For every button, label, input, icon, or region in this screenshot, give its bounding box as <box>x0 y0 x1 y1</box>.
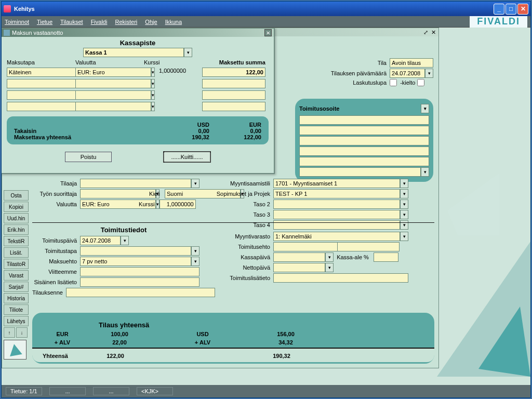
sisainen-field[interactable] <box>80 277 200 287</box>
dlg-valuutta-4[interactable] <box>75 102 151 111</box>
kassapiste-field[interactable] <box>83 48 184 57</box>
tilaaja-dd[interactable]: ▾ <box>191 179 200 188</box>
minimize-button[interactable]: _ <box>494 4 504 15</box>
kassaale-field[interactable] <box>374 252 398 262</box>
poistu-button[interactable]: Poistu <box>65 152 112 162</box>
toimlisa-field[interactable] <box>273 273 408 283</box>
app-logo-icon <box>4 340 26 360</box>
maksettu-1[interactable] <box>202 68 265 77</box>
taso4-dd[interactable]: ▾ <box>400 220 408 230</box>
viite-field[interactable] <box>80 267 200 276</box>
sidebar-historia[interactable]: Historia <box>4 293 29 303</box>
close-button[interactable]: ✕ <box>517 4 528 15</box>
taso3-field[interactable] <box>273 210 400 219</box>
myyntitili-label: Myyntisaamistili <box>216 180 273 187</box>
delivery-line3[interactable] <box>299 136 429 145</box>
lupa-checkbox[interactable] <box>390 79 397 86</box>
delivery-line2[interactable] <box>299 126 429 135</box>
status-seg3: ... <box>93 387 129 395</box>
kielto-label: -kielto <box>400 79 415 86</box>
kurssi-label: Kurssi <box>139 201 158 207</box>
sidebar-sarja[interactable]: Sarja# <box>4 282 29 292</box>
sopimus-dd[interactable]: ▾ <box>400 189 408 198</box>
kassapv-field[interactable] <box>273 252 325 262</box>
sidebar-uudhin[interactable]: Uud.hin <box>4 213 29 223</box>
maksutapa-1[interactable] <box>7 68 83 77</box>
maksutapa-2[interactable] <box>7 79 83 88</box>
delivery-country-button[interactable]: ▾ <box>421 167 429 177</box>
toimtapa-dd[interactable]: ▾ <box>191 246 200 256</box>
myyntitili-field[interactable] <box>273 179 400 188</box>
taso2-field[interactable] <box>273 200 400 209</box>
menu-ikkuna[interactable]: Ikkuna <box>165 19 182 25</box>
menu-rekisteri[interactable]: Rekisteri <box>115 19 138 25</box>
delivery-line1[interactable] <box>299 115 429 125</box>
kurssi-field[interactable] <box>159 200 196 209</box>
takaisin-eur: 0,00 <box>209 128 261 134</box>
taso3-dd[interactable]: ▾ <box>400 210 408 219</box>
kassapiste-dd[interactable]: ▾ <box>184 48 192 57</box>
toimtapa-field[interactable] <box>80 246 191 256</box>
menu-toiminnot[interactable]: Toiminnot <box>5 19 29 25</box>
tyon-field[interactable] <box>80 189 156 198</box>
payment-dialog: Maksun vastaanotto ✕ Kassapiste ▾ Maksut… <box>2 28 275 174</box>
taso2-dd[interactable]: ▾ <box>400 200 408 209</box>
varasto-field[interactable] <box>273 232 400 241</box>
maksutapa-4[interactable] <box>7 102 83 111</box>
pvm-field[interactable] <box>390 69 425 78</box>
nettopv-field[interactable] <box>273 263 325 272</box>
maksettu-3[interactable] <box>202 90 265 100</box>
maksettu-2[interactable] <box>202 79 265 88</box>
delivery-line5[interactable] <box>299 157 429 166</box>
toimpv-picker[interactable]: ▾ <box>121 236 129 245</box>
yhteensa-eur: 122,00 <box>84 353 147 359</box>
totals-alv-usd: 34,32 <box>255 339 317 345</box>
dialog-close-button[interactable]: ✕ <box>264 29 272 36</box>
delivery-line6[interactable] <box>299 167 421 177</box>
viite-label: Viitteemme <box>32 269 80 275</box>
maximize-button[interactable]: □ <box>506 4 516 15</box>
subwin-close-icon[interactable]: ✕ <box>431 29 436 36</box>
dlg-valuutta-3[interactable] <box>75 90 151 100</box>
sidebar-tekstir[interactable]: TekstiR <box>4 236 29 246</box>
sidebar-tilastor[interactable]: TilastoR <box>4 259 29 269</box>
delivery-line4[interactable] <box>299 147 429 156</box>
maksuehto-field[interactable] <box>80 257 191 266</box>
menu-ohje[interactable]: Ohje <box>145 19 157 25</box>
menu-tilaukset[interactable]: Tilaukset <box>60 19 83 25</box>
myyntitili-dd[interactable]: ▾ <box>400 179 408 188</box>
tilaaja-field[interactable] <box>80 179 191 188</box>
sidebar-lahetys[interactable]: Lähetys <box>4 316 29 326</box>
dlg-valuutta-1[interactable] <box>75 68 151 77</box>
sidebar-erikhin[interactable]: Erik.hin <box>4 224 29 235</box>
taso4-field[interactable] <box>273 220 400 230</box>
menu-tietue[interactable]: Tietue <box>37 19 52 25</box>
sidebar-lisat[interactable]: Lisät. <box>4 247 29 258</box>
maksutapa-3[interactable] <box>7 90 83 100</box>
tilauksenne-field[interactable] <box>66 288 215 297</box>
sopimus-field[interactable] <box>273 189 400 198</box>
sidebar-osta[interactable]: Osta <box>4 190 29 201</box>
varasto-dd[interactable]: ▾ <box>400 232 408 241</box>
toimpv-field[interactable] <box>80 236 121 245</box>
sidebar-tiliote[interactable]: Tiliote <box>4 304 29 315</box>
maksettu-4[interactable] <box>202 102 265 111</box>
nettopv-picker[interactable]: ▾ <box>325 263 334 272</box>
sidebar-kopioi[interactable]: Kopioi <box>4 202 29 212</box>
pvm-picker-button[interactable]: ▾ <box>425 69 433 78</box>
sidebar-varast[interactable]: Varast <box>4 270 29 281</box>
menu-fivaldi[interactable]: Fivaldi <box>91 19 108 25</box>
totals-alv-lbl2: + ALV <box>151 339 255 345</box>
kuitti-button[interactable]: ......Kuitti...... <box>164 152 210 162</box>
delivery-heading: Toimitusosoite <box>299 105 339 112</box>
maksuehto-dd[interactable]: ▾ <box>191 257 200 266</box>
delivery-dropdown-button[interactable]: ▾ <box>421 104 429 113</box>
nav-down-button[interactable]: ↓ <box>16 327 28 338</box>
tila-field[interactable] <box>390 58 433 68</box>
nav-up-button[interactable]: ↑ <box>4 327 15 338</box>
dlg-valuutta-2[interactable] <box>75 79 151 88</box>
kielto-checkbox[interactable] <box>417 79 424 86</box>
subwin-minimize-icon[interactable]: ⤢ <box>423 29 428 36</box>
toimehto-text-field[interactable] <box>337 242 400 251</box>
kassapv-picker[interactable]: ▾ <box>325 252 334 262</box>
